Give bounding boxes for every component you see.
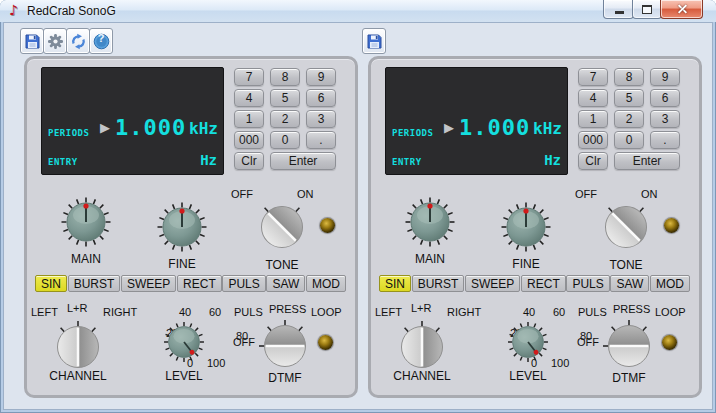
wave-saw-button[interactable]: SAW <box>610 275 649 292</box>
display-mode-label: PERIODS <box>392 128 433 138</box>
fine-knob[interactable] <box>499 200 553 254</box>
app-window: ♪ RedCrab SonoG <box>0 0 716 413</box>
key-3[interactable]: 3 <box>306 110 336 128</box>
waveform-button-row: SIN BURST SWEEP RECT PULS SAW MOD <box>379 275 690 292</box>
save-button-right[interactable] <box>362 28 386 54</box>
wave-mod-button[interactable]: MOD <box>650 275 690 292</box>
entry-unit: Hz <box>544 152 561 168</box>
dtmf-loop-label: LOOP <box>655 306 686 318</box>
channel-group: LEFT L+R RIGHT CHANNEL <box>371 301 483 391</box>
key-9[interactable]: 9 <box>650 68 680 86</box>
main-knob[interactable] <box>59 195 113 249</box>
key-2[interactable]: 2 <box>270 110 300 128</box>
main-knob[interactable] <box>403 195 457 249</box>
mode-pointer-icon: ▶ <box>444 120 454 135</box>
key-0[interactable]: 0 <box>614 131 644 149</box>
key-3[interactable]: 3 <box>650 110 680 128</box>
key-6[interactable]: 6 <box>650 89 680 107</box>
key-7[interactable]: 7 <box>234 68 264 86</box>
window-title: RedCrab SonoG <box>27 4 116 18</box>
enter-button[interactable]: Enter <box>614 152 680 170</box>
clear-button[interactable]: Clr <box>234 152 264 170</box>
wave-burst-button[interactable]: BURST <box>68 275 121 292</box>
close-button[interactable] <box>660 0 703 19</box>
fine-knob[interactable] <box>155 200 209 254</box>
key-dot[interactable]: . <box>306 131 336 149</box>
key-5[interactable]: 5 <box>270 89 300 107</box>
level-40-label: 40 <box>179 306 191 318</box>
wave-rect-button[interactable]: RECT <box>177 275 222 292</box>
dtmf-group: PULS PRESS LOOP OFF DTMF <box>571 301 691 393</box>
frequency-display: PERIODS ▶ 1.000 kHz ENTRY Hz <box>385 67 568 175</box>
level-knob[interactable] <box>506 320 550 364</box>
refresh-icon <box>70 33 87 50</box>
main-knob-label: MAIN <box>403 252 457 266</box>
help-button[interactable]: ? <box>89 28 113 54</box>
key-000[interactable]: 000 <box>234 131 264 149</box>
key-4[interactable]: 4 <box>234 89 264 107</box>
wave-saw-button[interactable]: SAW <box>266 275 305 292</box>
save-icon <box>366 33 383 50</box>
refresh-button[interactable] <box>66 28 90 54</box>
maximize-button[interactable] <box>632 0 662 19</box>
minimize-button[interactable] <box>603 0 634 19</box>
wave-sweep-button[interactable]: SWEEP <box>121 275 176 292</box>
tone-off-label: OFF <box>231 188 253 200</box>
key-6[interactable]: 6 <box>306 89 336 107</box>
wave-sin-button[interactable]: SIN <box>379 275 411 292</box>
channel-knob[interactable] <box>51 320 105 374</box>
level-knob[interactable] <box>162 320 206 364</box>
fine-knob-label: FINE <box>499 257 553 271</box>
key-1[interactable]: 1 <box>234 110 264 128</box>
tone-on-label: ON <box>641 188 658 200</box>
dtmf-puls-label: PULS <box>578 306 607 318</box>
maximize-icon <box>642 5 652 14</box>
wave-puls-button[interactable]: PULS <box>222 275 265 292</box>
key-9[interactable]: 9 <box>306 68 336 86</box>
key-2[interactable]: 2 <box>614 110 644 128</box>
tone-knob[interactable] <box>255 200 309 254</box>
dtmf-press-label: PRESS <box>613 303 650 315</box>
wave-sin-button[interactable]: SIN <box>35 275 67 292</box>
settings-button[interactable] <box>43 28 67 54</box>
tone-knob[interactable] <box>599 200 653 254</box>
wave-rect-button[interactable]: RECT <box>521 275 566 292</box>
settings-gear-icon <box>47 33 64 50</box>
key-0[interactable]: 0 <box>270 131 300 149</box>
clear-button[interactable]: Clr <box>578 152 608 170</box>
enter-button[interactable]: Enter <box>270 152 336 170</box>
key-5[interactable]: 5 <box>614 89 644 107</box>
level-knob-label: LEVEL <box>152 369 216 383</box>
key-1[interactable]: 1 <box>578 110 608 128</box>
waveform-button-row: SIN BURST SWEEP RECT PULS SAW MOD <box>35 275 346 292</box>
tone-led <box>320 218 335 233</box>
dtmf-knob-label: DTMF <box>258 371 312 385</box>
key-4[interactable]: 4 <box>578 89 608 107</box>
tone-group: OFF ON TONE <box>575 184 687 276</box>
key-7[interactable]: 7 <box>578 68 608 86</box>
channel-knob-label: CHANNEL <box>371 369 473 383</box>
save-button[interactable] <box>20 28 44 54</box>
entry-label: ENTRY <box>392 157 422 167</box>
channel-right-label: RIGHT <box>103 306 137 318</box>
channel-left-label: LEFT <box>31 306 58 318</box>
display-mode-label: PERIODS <box>48 128 89 138</box>
key-dot[interactable]: . <box>650 131 680 149</box>
dtmf-knob[interactable] <box>602 319 656 373</box>
key-8[interactable]: 8 <box>614 68 644 86</box>
tone-knob-label: TONE <box>255 258 309 272</box>
save-icon <box>24 33 41 50</box>
channel-knob[interactable] <box>395 320 449 374</box>
level-60-label: 60 <box>209 306 221 318</box>
key-8[interactable]: 8 <box>270 68 300 86</box>
dtmf-loop-led <box>662 335 677 350</box>
wave-mod-button[interactable]: MOD <box>306 275 346 292</box>
key-000[interactable]: 000 <box>578 131 608 149</box>
channel-lr-label: L+R <box>67 302 88 314</box>
wave-sweep-button[interactable]: SWEEP <box>465 275 520 292</box>
wave-puls-button[interactable]: PULS <box>566 275 609 292</box>
entry-label: ENTRY <box>48 157 78 167</box>
wave-burst-button[interactable]: BURST <box>412 275 465 292</box>
frequency-unit: kHz <box>189 119 218 138</box>
dtmf-knob[interactable] <box>258 319 312 373</box>
